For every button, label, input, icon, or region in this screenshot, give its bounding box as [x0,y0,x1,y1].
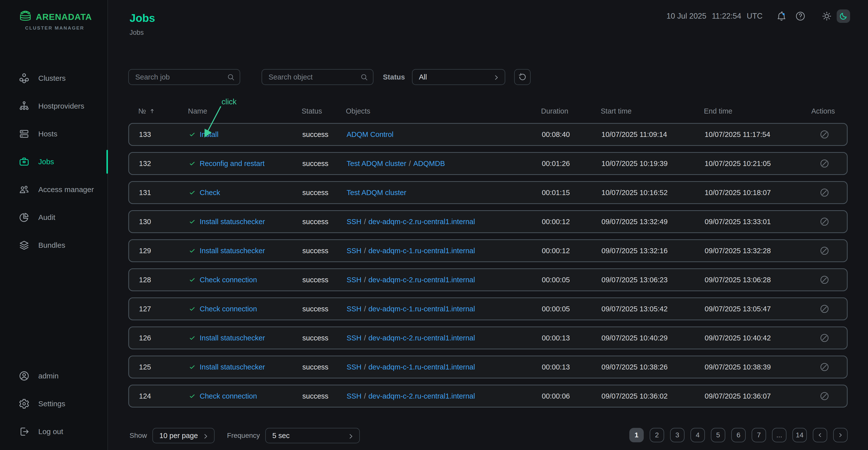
job-name-link[interactable]: Check [200,189,220,197]
timezone: UTC [747,12,763,21]
job-name-link[interactable]: Check connection [200,305,257,313]
action-disabled-icon[interactable] [819,246,830,256]
sidebar-item-hostproviders[interactable]: Hostproviders [0,92,107,120]
table-row: 133InstallsuccessADQM Control00:08:4010/… [128,123,847,146]
job-number: 132 [139,160,189,168]
object-separator: / [362,334,369,342]
sidebar-item-clusters[interactable]: Clusters [0,64,107,92]
job-start-time: 09/07/2025 13:32:49 [601,218,705,226]
light-theme-sun-icon[interactable] [820,10,833,23]
sidebar-item-label: Bundles [38,241,65,250]
search-object-input[interactable] [262,70,373,85]
object-link[interactable]: dev-adqm-c-2.ru-central1.internal [369,218,475,226]
job-name-link[interactable]: Install statuschecker [200,247,265,255]
job-start-time: 10/07/2025 10:16:52 [601,189,705,197]
column-header-actions: Actions [811,107,838,115]
datetime: 10 Jul 2025 11:22:54 UTC [666,12,763,21]
page-button-6[interactable]: 6 [731,428,746,442]
page-button-3[interactable]: 3 [670,428,684,442]
sidebar-item-access-manager[interactable]: Access manager [0,176,107,203]
action-disabled-icon[interactable] [819,391,830,401]
object-link[interactable]: SSH [347,392,362,400]
object-separator: / [362,276,369,284]
sidebar-item-bundles[interactable]: Bundles [0,231,107,259]
topbar: 10 Jul 2025 11:22:54 UTC [666,9,850,23]
theme-toggle [820,9,850,23]
page-button-5[interactable]: 5 [711,428,725,442]
per-page-select[interactable]: 10 per page [152,428,215,443]
job-objects: SSH/dev-adqm-c-1.ru-central1.internal [347,305,542,313]
object-link[interactable]: dev-adqm-c-1.ru-central1.internal [369,305,475,313]
object-link[interactable]: dev-adqm-c-1.ru-central1.internal [369,363,475,371]
object-link[interactable]: SSH [347,218,362,226]
object-link[interactable]: dev-adqm-c-2.ru-central1.internal [369,334,475,342]
sidebar-item-settings[interactable]: Settings [0,390,107,418]
sidebar-item-logout[interactable]: Log out [0,418,107,446]
page-button-7[interactable]: 7 [752,428,766,442]
success-check-icon [189,131,196,138]
job-name-link[interactable]: Install statuschecker [200,334,265,342]
object-link[interactable]: Test ADQM cluster [347,160,406,167]
action-disabled-icon[interactable] [819,129,830,140]
notifications-bell-icon[interactable] [775,10,788,23]
search-job-input[interactable] [129,70,240,85]
action-disabled-icon[interactable] [819,217,830,227]
sidebar-item-audit[interactable]: Audit [0,203,107,231]
job-objects: Test ADQM cluster/ADQMDB [347,160,542,168]
status-filter-label: Status [383,73,405,81]
sidebar-item-admin[interactable]: admin [0,362,107,390]
action-disabled-icon[interactable] [819,362,830,372]
object-link[interactable]: SSH [347,334,362,342]
refresh-button[interactable] [514,69,531,85]
page-button-2[interactable]: 2 [650,428,664,442]
success-check-icon [189,218,196,225]
sort-ascending-icon[interactable] [149,108,155,114]
job-objects: Test ADQM cluster [347,189,542,197]
sidebar-item-hosts[interactable]: Hosts [0,120,107,148]
page-button-14[interactable]: 14 [793,428,807,442]
status-filter-select[interactable]: All [412,69,505,85]
chevron-right-icon [837,432,843,438]
job-name-link[interactable]: Check connection [200,392,257,400]
sidebar-item-label: Jobs [38,158,54,166]
object-link[interactable]: dev-adqm-c-1.ru-central1.internal [369,247,475,255]
page-button-1[interactable]: 1 [629,428,644,442]
sidebar-item-jobs[interactable]: Jobs [0,148,107,176]
success-check-icon [189,160,196,167]
action-disabled-icon[interactable] [819,303,830,314]
job-name-link[interactable]: Install statuschecker [200,363,265,371]
object-link[interactable]: SSH [347,305,362,313]
frequency-select[interactable]: 5 sec [265,428,360,443]
object-link[interactable]: Test ADQM cluster [347,189,406,197]
action-disabled-icon[interactable] [819,333,830,343]
frequency-label: Frequency [227,431,260,440]
job-start-time: 09/07/2025 10:38:26 [601,363,705,371]
previous-page-button[interactable] [813,428,827,442]
dark-theme-moon-icon[interactable] [837,9,850,23]
object-link[interactable]: dev-adqm-c-2.ru-central1.internal [369,276,475,284]
object-link[interactable]: ADQMDB [413,160,445,167]
action-disabled-icon[interactable] [819,187,830,198]
pagination: 1234567...14 [629,428,847,442]
job-name-link[interactable]: Check connection [200,276,257,284]
action-disabled-icon[interactable] [819,158,830,169]
job-duration: 00:00:12 [542,218,601,226]
help-icon[interactable] [794,10,807,23]
job-duration: 00:00:05 [542,276,601,284]
object-link[interactable]: dev-adqm-c-2.ru-central1.internal [369,392,475,400]
object-link[interactable]: SSH [347,276,362,284]
sidebar-item-label: Hostproviders [38,102,84,110]
page-button-4[interactable]: 4 [690,428,705,442]
object-link[interactable]: ADQM Control [347,130,394,138]
table-row: 132Reconfig and restartsuccessTest ADQM … [128,152,847,175]
next-page-button[interactable] [833,428,847,442]
job-name-link[interactable]: Install statuschecker [200,218,265,226]
job-name-link[interactable]: Reconfig and restart [200,160,265,168]
object-link[interactable]: SSH [347,247,362,255]
page-ellipsis-button[interactable]: ... [772,428,786,442]
action-disabled-icon[interactable] [819,275,830,285]
job-end-time: 09/07/2025 13:06:28 [705,276,812,284]
job-name-link[interactable]: Install [200,130,219,139]
job-status: success [302,363,347,371]
object-link[interactable]: SSH [347,363,362,371]
